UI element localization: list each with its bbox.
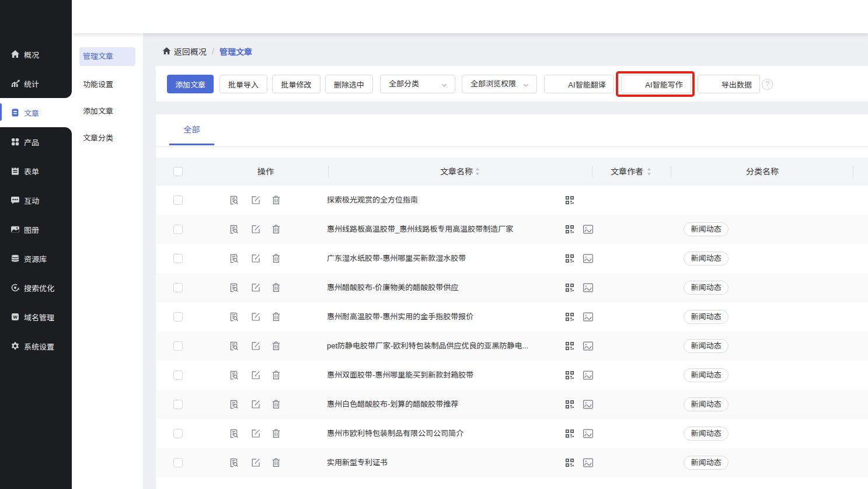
svg-text:w: w (12, 314, 18, 320)
